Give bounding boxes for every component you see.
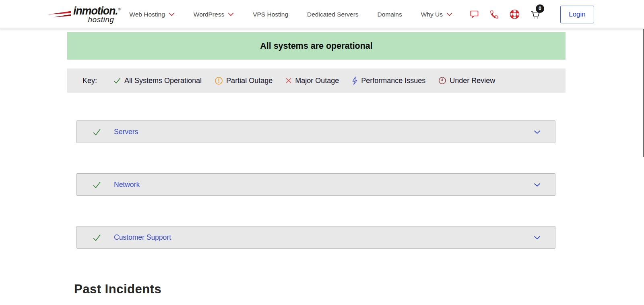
nav-dedicated-servers[interactable]: Dedicated Servers <box>307 11 359 18</box>
nav-domains[interactable]: Domains <box>378 11 402 18</box>
lifering-icon[interactable] <box>509 9 520 20</box>
nav-web-hosting[interactable]: Web Hosting <box>129 11 174 18</box>
past-incidents-heading: Past Incidents <box>74 282 161 297</box>
logo-brand: inmotion.® <box>73 6 120 17</box>
key-all-systems-operational: All Systems Operational <box>113 77 202 85</box>
section-label: Servers <box>114 128 138 136</box>
chevron-down-icon <box>228 12 234 16</box>
nav-wordpress[interactable]: WordPress <box>194 11 234 18</box>
key-item-label: Under Review <box>450 77 495 85</box>
check-icon <box>113 77 121 85</box>
status-key-bar: Key: All Systems Operational Partial Out… <box>67 68 566 93</box>
nav-label: Why Us <box>421 11 443 18</box>
nav-label: Domains <box>378 11 402 18</box>
nav-why-us[interactable]: Why Us <box>421 11 452 18</box>
nav-label: Web Hosting <box>129 11 165 18</box>
chat-icon[interactable] <box>469 10 479 19</box>
phone-icon[interactable] <box>489 10 499 19</box>
performance-issues-icon <box>352 77 358 85</box>
key-item-label: Partial Outage <box>226 77 272 85</box>
key-label: Key: <box>83 77 97 85</box>
nav-label: VPS Hosting <box>253 11 288 18</box>
key-under-review: Under Review <box>438 77 495 85</box>
nav-label: WordPress <box>194 11 224 18</box>
partial-outage-icon <box>215 77 223 85</box>
key-item-label: All Systems Operational <box>124 77 202 85</box>
chevron-down-icon <box>534 183 541 187</box>
status-banner-text: All systems are operational <box>260 41 373 51</box>
inmotion-logo[interactable]: inmotion.® hosting <box>47 6 120 23</box>
cart-count-badge: 0 <box>536 4 544 13</box>
key-item-label: Performance Issues <box>361 77 425 85</box>
section-row-customer-support[interactable]: Customer Support <box>76 226 555 249</box>
registered-mark: ® <box>118 7 121 11</box>
logo-text: inmotion.® hosting <box>73 6 120 23</box>
section-row-network[interactable]: Network <box>76 173 555 196</box>
chevron-down-icon <box>446 12 452 16</box>
main-nav: Web Hosting WordPress VPS Hosting Dedica… <box>129 11 452 18</box>
header-icon-group: 0 <box>469 9 541 20</box>
status-banner: All systems are operational <box>67 32 566 60</box>
chevron-down-icon <box>534 130 541 134</box>
key-partial-outage: Partial Outage <box>215 77 272 85</box>
key-item-label: Major Outage <box>295 77 339 85</box>
check-icon <box>92 180 101 189</box>
check-icon <box>92 233 101 242</box>
logo-swoosh-icon <box>47 10 72 21</box>
site-header: inmotion.® hosting Web Hosting WordPress… <box>0 0 644 29</box>
key-performance-issues: Performance Issues <box>352 77 425 85</box>
check-icon <box>92 127 101 137</box>
major-outage-icon <box>285 77 292 84</box>
section-label: Customer Support <box>114 233 171 242</box>
under-review-icon <box>438 77 446 85</box>
login-button[interactable]: Login <box>560 6 594 23</box>
nav-vps-hosting[interactable]: VPS Hosting <box>253 11 288 18</box>
chevron-down-icon <box>169 12 175 16</box>
section-row-servers[interactable]: Servers <box>76 120 555 143</box>
chevron-down-icon <box>534 236 541 240</box>
nav-label: Dedicated Servers <box>307 11 359 18</box>
key-major-outage: Major Outage <box>285 77 339 85</box>
section-label: Network <box>114 181 140 189</box>
cart-icon[interactable]: 0 <box>530 9 541 20</box>
